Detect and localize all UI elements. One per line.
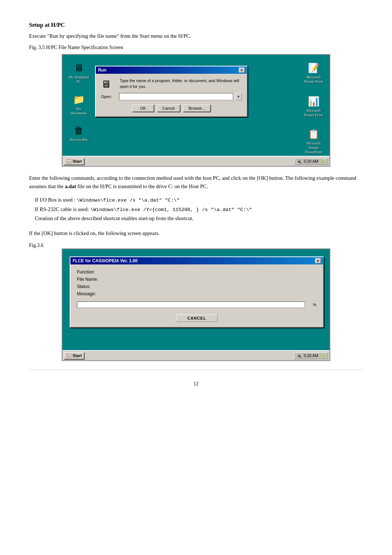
run-open-input[interactable] (119, 93, 233, 100)
body-para-1-end: file on the H/PC is transmitted to the d… (76, 183, 208, 189)
flce-function-label: Function: (77, 270, 95, 275)
run-cancel-button[interactable]: Cancel (157, 105, 180, 112)
flce-body: Function: File Name: Status: Message: % … (70, 264, 323, 327)
section-title: Setup at H/PC (29, 22, 363, 28)
taskbar-right-1: 🔌 5:20 AM 🔋 (294, 158, 328, 165)
flce-progress-row: % (77, 301, 317, 308)
flce-status-row: Status: (77, 284, 317, 289)
start-label-2: Start (73, 353, 82, 358)
command-lines: If I/O Box is used : \Windows\flce.exe /… (29, 195, 363, 223)
flce-cancel-row: CANCEL (77, 315, 317, 322)
run-titlebar: Run × (96, 66, 247, 74)
windows-logo-icon-2: 🪟 (66, 353, 72, 358)
start-label-1: Start (73, 159, 82, 163)
page-number: 12 (29, 381, 363, 387)
run-close-button[interactable]: × (239, 68, 245, 73)
flce-filename-row: File Name: (77, 277, 317, 282)
fig1-caption: Fig. 3.5 H/PC File Name Specification Sc… (29, 45, 363, 50)
recycle-bin-label: Recycle Bin (70, 138, 87, 142)
start-button-2[interactable]: 🪟 Start (64, 352, 84, 359)
desktop-icon-recycle-bin: 🗑 Recycle Bin (66, 124, 91, 142)
taskbar-2: 🪟 Start 🔌 5:20 AM 🔋 (62, 350, 330, 360)
start-button-1[interactable]: 🪟 Start (64, 158, 84, 165)
windows-logo-icon: 🪟 (66, 159, 72, 164)
flce-message-label: Message: (77, 291, 96, 296)
intro-text: Execute "Run by specifying the file name… (29, 32, 363, 40)
taskbar-right-2: 🔌 5:20 AM 🔋 (294, 352, 328, 359)
my-documents-icon: 📁 (72, 93, 85, 106)
run-top-row: 🖥 Type the name of a program, folder, or… (101, 78, 242, 90)
run-ok-button[interactable]: OK (132, 105, 154, 112)
flce-status-label: Status: (77, 284, 90, 289)
recycle-bin-icon: 🗑 (72, 124, 85, 137)
run-browse-button[interactable]: Browse... (183, 105, 211, 112)
desktop-icon-ms-word: 📝 MicrosoftPocket Word (299, 61, 328, 84)
desktop-icon-my-handheld: 🖥 My HandheldPC (66, 61, 91, 84)
cmd-line-2-code: \Windows\flce.exe /Y={com1, 115200, } /s… (90, 207, 252, 212)
run-body: 🖥 Type the name of a program, folder, or… (96, 74, 247, 116)
body-para-1: Enter the following commands, according … (29, 174, 363, 191)
run-icon: 🖥 (101, 78, 115, 90)
flce-progress-bar (77, 301, 305, 308)
run-dialog: Run × 🖥 Type the name of a program, fold… (95, 66, 248, 117)
run-open-label: Open: (101, 94, 117, 99)
flce-function-row: Function: (77, 270, 317, 275)
my-handheld-label: My HandheldPC (69, 75, 89, 84)
network-icon-2: 🔌 (297, 353, 302, 358)
cmd-line-3: Creation of the above described shortcut… (35, 214, 363, 223)
ms-excel-icon: 📊 (307, 95, 320, 108)
ms-ppt-icon: 📋 (307, 127, 320, 141)
ms-ppt-label: MicrosoftPocketPowerPoint (305, 141, 322, 154)
cmd-line-1-prefix: If I/O Box is used : (35, 197, 77, 203)
run-title: Run (98, 68, 106, 73)
cmd-line-2: If RS-232C cable is used: \Windows\flce.… (35, 205, 363, 214)
network-icon-1: 🔌 (297, 159, 302, 164)
ms-excel-label: MicrosoftPocket Excel (304, 109, 323, 117)
my-handheld-icon: 🖥 (72, 61, 85, 74)
flce-filename-label: File Name: (77, 277, 98, 282)
run-btn-row: OK Cancel Browse... (101, 105, 242, 112)
run-dropdown-btn[interactable]: ▼ (235, 93, 242, 100)
cmd-line-1: If I/O Box is used : \Windows\flce.exe /… (35, 195, 363, 205)
taskbar-1: 🪟 Start 🔌 5:20 AM 🔋 (62, 156, 330, 166)
flce-message-row: Message: (77, 291, 317, 296)
page-divider (29, 370, 363, 370)
desktop-icon-ms-excel: 📊 MicrosoftPocket Excel (299, 95, 328, 117)
desktop-screenshot-2: FLCE for CASSIOPEIA Ver. 1.00 × Function… (62, 248, 330, 361)
ms-word-icon: 📝 (307, 61, 320, 74)
fig2-label: Fig.3.6 (29, 243, 363, 248)
cmd-line-1-code: \Windows\flce.exe /s "\a.dat" "C:\" (77, 198, 180, 203)
flce-cancel-button[interactable]: CANCEL (176, 315, 217, 322)
body-para-1-bold: a.dat (65, 183, 76, 189)
time-1: 5:20 AM (304, 159, 318, 163)
cmd-line-2-prefix: If RS-232C cable is used: (35, 206, 90, 212)
flce-close-button[interactable]: × (315, 258, 321, 263)
run-open-row: Open: ▼ (101, 93, 242, 100)
desktop-screenshot-1: 🖥 My HandheldPC 📁 MyDocuments 🗑 Recycle … (62, 54, 330, 167)
battery-icon-1: 🔋 (320, 159, 326, 164)
battery-icon-2: 🔋 (320, 353, 326, 358)
run-desc: Type the name of a program, folder, or d… (120, 78, 242, 89)
desktop-icon-my-documents: 📁 MyDocuments (66, 93, 91, 116)
flce-title: FLCE for CASSIOPEIA Ver. 1.00 (73, 258, 138, 263)
my-documents-label: MyDocuments (70, 107, 87, 116)
body-para-2: If the [OK] button is clicked on, the fo… (29, 229, 363, 238)
desktop-icon-ms-ppt: 📋 MicrosoftPocketPowerPoint (299, 127, 328, 154)
time-2: 5:20 AM (304, 353, 318, 358)
flce-progress-pct: % (308, 303, 317, 307)
flce-dialog: FLCE for CASSIOPEIA Ver. 1.00 × Function… (70, 256, 324, 328)
flce-titlebar: FLCE for CASSIOPEIA Ver. 1.00 × (70, 257, 323, 264)
ms-word-label: MicrosoftPocket Word (304, 75, 323, 84)
